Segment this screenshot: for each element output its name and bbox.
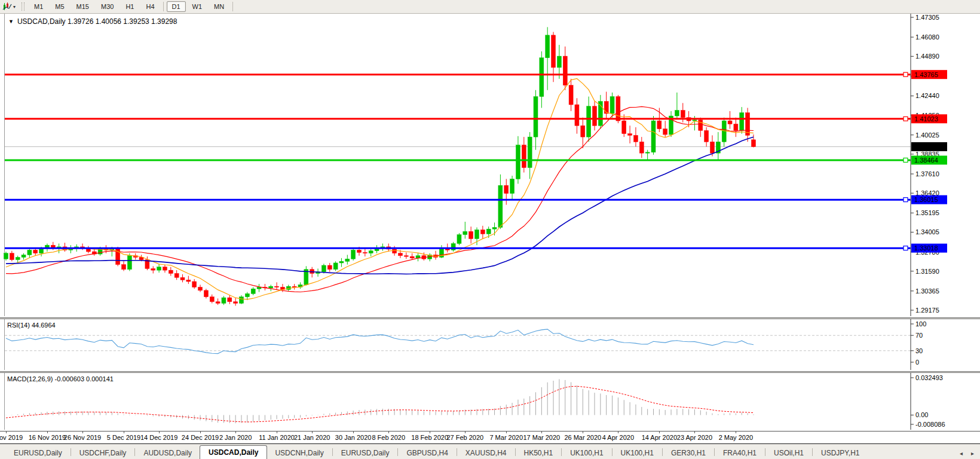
- hline-price-badge: 1.43765: [914, 71, 938, 78]
- macd-panel: 0.0324930.00-0.008086 MACD(12,26,9) -0.0…: [0, 373, 980, 431]
- time-axis-tick: [465, 432, 466, 433]
- chart-tool-button[interactable]: ▾: [0, 2, 18, 11]
- chart-collapse-icon[interactable]: ▼: [8, 19, 14, 25]
- hline-handle[interactable]: [904, 117, 908, 121]
- time-axis-tick: [235, 432, 236, 433]
- timeframe-button-m30[interactable]: M30: [96, 1, 119, 12]
- candle: [204, 290, 208, 297]
- rsi-axis-label: 30: [915, 347, 923, 354]
- candle: [457, 235, 461, 244]
- candle: [657, 121, 662, 129]
- candle: [393, 249, 397, 253]
- candle: [228, 298, 232, 302]
- tab-usdcnh-daily[interactable]: USDCNH,Daily: [267, 446, 331, 459]
- tab-usdcad-daily[interactable]: USDCAD,Daily: [200, 445, 267, 459]
- rsi-panel: 10070300 RSI(14) 44.6964: [0, 319, 980, 371]
- tab-usdchf-daily[interactable]: USDCHF,Daily: [72, 446, 134, 459]
- timeframe-button-h4[interactable]: H4: [140, 1, 160, 12]
- candle: [198, 287, 203, 290]
- tab-ger30-h1[interactable]: GER30,H1: [663, 446, 713, 459]
- tab-divider: [765, 448, 765, 456]
- time-axis[interactable]: 7 Nov 201916 Nov 201926 Nov 20195 Dec 20…: [0, 431, 980, 443]
- candle: [639, 142, 644, 153]
- candle: [693, 120, 697, 121]
- time-axis-label: 18 Feb 2020: [411, 434, 448, 441]
- tab-divider: [457, 448, 457, 456]
- tab-scroll-right-icon[interactable]: ▸: [971, 450, 974, 457]
- timeframe-button-w1[interactable]: W1: [187, 1, 208, 12]
- candle: [552, 35, 556, 68]
- candle: [705, 130, 709, 142]
- tab-eurusd-daily[interactable]: EURUSD,Daily: [6, 446, 70, 459]
- time-axis-tick: [541, 432, 542, 433]
- tab-gbpusd-h4[interactable]: GBPUSD,H4: [399, 446, 455, 459]
- time-axis-label: 26 Mar 2020: [564, 434, 601, 441]
- time-axis-label: 7 Nov 2019: [0, 434, 23, 441]
- candle: [504, 185, 509, 194]
- tab-usdjpy-h1[interactable]: USDJPY,H1: [813, 446, 867, 459]
- tab-audusd-daily[interactable]: AUDUSD,Daily: [136, 446, 200, 459]
- candle: [269, 286, 273, 288]
- candle: [174, 274, 179, 278]
- timeframe-button-m5[interactable]: M5: [50, 1, 69, 12]
- time-axis-label: 11 Jan 2020: [259, 434, 295, 441]
- tab-uk100-h1[interactable]: UK100,H1: [562, 446, 611, 459]
- price-axis-label: 1.42440: [915, 92, 939, 99]
- candle: [321, 265, 326, 272]
- timeframe-button-m15[interactable]: M15: [71, 1, 94, 12]
- tab-scroll-left-icon[interactable]: ◂: [960, 450, 963, 457]
- timeframe-button-d1[interactable]: D1: [167, 1, 186, 12]
- candle: [169, 270, 173, 273]
- candle: [751, 140, 755, 147]
- candle: [240, 297, 244, 304]
- candle: [292, 286, 296, 287]
- candle: [528, 137, 532, 167]
- hline-handle[interactable]: [904, 246, 908, 250]
- hline-handle[interactable]: [904, 198, 908, 202]
- rsi-axis-label: 0: [915, 359, 919, 366]
- toolbar-drag-handle[interactable]: [22, 2, 24, 11]
- price-axis-label: 1.37610: [915, 170, 939, 178]
- time-axis-tick: [353, 432, 354, 433]
- chart-tab-bar: EURUSD,DailyUSDCHF,DailyAUDUSD,DailyUSDC…: [0, 443, 980, 459]
- macd-canvas[interactable]: 0.0324930.00-0.008086: [0, 373, 980, 430]
- candle: [398, 253, 402, 256]
- candle: [663, 129, 667, 134]
- rsi-canvas[interactable]: 10070300: [0, 319, 980, 370]
- time-axis-label: 14 Dec 2019: [140, 434, 177, 441]
- hline-handle[interactable]: [904, 158, 908, 162]
- timeframe-button-h1[interactable]: H1: [120, 1, 139, 12]
- hline-handle[interactable]: [904, 72, 908, 76]
- timeframe-button-m1[interactable]: M1: [29, 1, 48, 12]
- tab-xauusd-h4[interactable]: XAUUSD,H4: [458, 446, 514, 459]
- candle: [210, 297, 214, 302]
- chevron-down-icon: ▾: [13, 4, 16, 10]
- candle: [522, 145, 526, 168]
- tab-uk100-h1[interactable]: UK100,H1: [613, 446, 662, 459]
- candle: [569, 85, 573, 105]
- candle: [369, 251, 373, 253]
- candle: [510, 179, 514, 193]
- candle: [234, 302, 238, 304]
- tab-eurusd-daily[interactable]: EURUSD,Daily: [333, 446, 397, 459]
- toolbar-separator: [163, 2, 164, 11]
- price-axis-label: 1.46080: [915, 33, 939, 41]
- price-chart-canvas[interactable]: 1.473051.460801.448901.436651.424401.412…: [0, 14, 980, 316]
- candle: [251, 289, 255, 293]
- tab-divider: [662, 448, 663, 456]
- candle: [4, 253, 8, 259]
- candle: [327, 265, 332, 270]
- hline-price-badge: 1.36015: [914, 196, 938, 203]
- tab-divider: [515, 448, 516, 456]
- candle: [498, 185, 503, 227]
- tab-hk50-h1[interactable]: HK50,H1: [516, 446, 561, 459]
- macd-axis-label: -0.008086: [915, 421, 945, 428]
- candle: [740, 113, 744, 131]
- candle: [186, 280, 191, 281]
- tab-divider: [397, 448, 398, 456]
- candle: [463, 231, 467, 234]
- tab-fra40-h1[interactable]: FRA40,H1: [715, 446, 764, 459]
- candle: [616, 97, 620, 121]
- timeframe-button-mn[interactable]: MN: [209, 1, 229, 12]
- tab-usoil-h1[interactable]: USOil,H1: [766, 446, 811, 459]
